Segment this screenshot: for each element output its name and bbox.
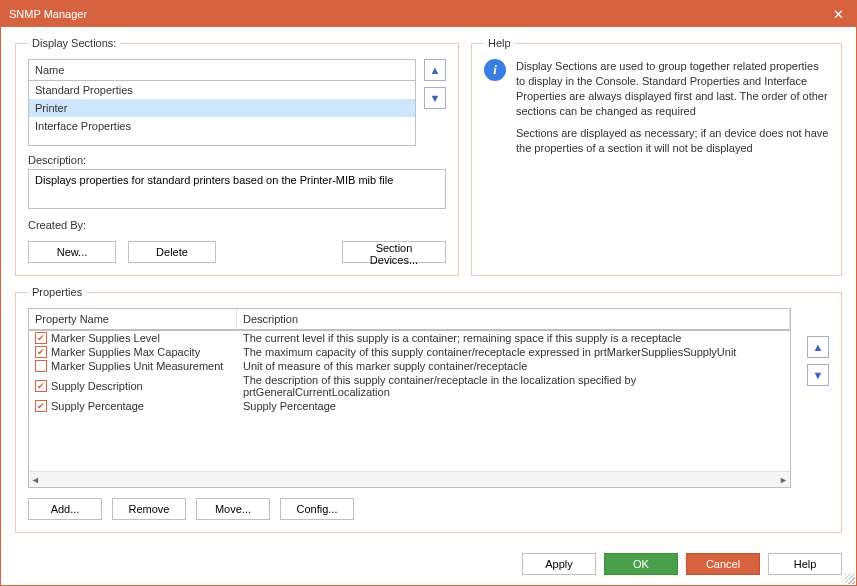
dialog-content: Display Sections: Name Standard Properti… [1, 27, 856, 543]
property-row[interactable]: Marker Supplies Unit MeasurementUnit of … [29, 359, 790, 373]
created-by-label: Created By: [28, 219, 446, 231]
property-checkbox[interactable] [35, 332, 47, 344]
info-icon: i [484, 59, 506, 81]
chevron-up-icon: ▲ [430, 64, 441, 76]
properties-rows[interactable]: Marker Supplies LevelThe current level i… [29, 331, 790, 471]
property-desc: Supply Percentage [237, 399, 790, 413]
horizontal-scrollbar[interactable]: ◄► [29, 471, 790, 487]
sections-name-header[interactable]: Name [29, 60, 415, 81]
property-name: Marker Supplies Unit Measurement [51, 360, 223, 372]
help-para-1: Display Sections are used to group toget… [516, 59, 829, 118]
help-group: Help i Display Sections are used to grou… [471, 37, 842, 276]
window-title: SNMP Manager [9, 8, 829, 20]
prop-move-up-button[interactable]: ▲ [807, 336, 829, 358]
display-sections-group: Display Sections: Name Standard Properti… [15, 37, 459, 276]
property-row[interactable]: Marker Supplies LevelThe current level i… [29, 331, 790, 345]
properties-table: Property Name Description Marker Supplie… [28, 308, 791, 488]
apply-button[interactable]: Apply [522, 553, 596, 575]
help-button[interactable]: Help [768, 553, 842, 575]
chevron-up-icon: ▲ [813, 341, 824, 353]
help-legend: Help [484, 37, 515, 49]
help-text: Display Sections are used to group toget… [516, 59, 829, 164]
property-row[interactable]: Supply DescriptionThe description of thi… [29, 373, 790, 399]
section-devices-button[interactable]: Section Devices... [342, 241, 446, 263]
property-name: Marker Supplies Level [51, 332, 160, 344]
section-row[interactable]: Interface Properties [29, 117, 415, 135]
prop-move-down-button[interactable]: ▼ [807, 364, 829, 386]
section-row[interactable]: Standard Properties [29, 81, 415, 99]
remove-button[interactable]: Remove [112, 498, 186, 520]
ok-button[interactable]: OK [604, 553, 678, 575]
new-button[interactable]: New... [28, 241, 116, 263]
sections-table: Name Standard PropertiesPrinterInterface… [28, 59, 416, 146]
snmp-manager-dialog: SNMP Manager ✕ Display Sections: Name St… [0, 0, 857, 586]
property-name-header[interactable]: Property Name [29, 309, 237, 330]
display-sections-legend: Display Sections: [28, 37, 120, 49]
move-up-button[interactable]: ▲ [424, 59, 446, 81]
property-checkbox[interactable] [35, 400, 47, 412]
property-checkbox[interactable] [35, 380, 47, 392]
property-row[interactable]: Supply PercentageSupply Percentage [29, 399, 790, 413]
description-textarea[interactable] [28, 169, 446, 209]
dialog-footer: Apply OK Cancel Help [1, 543, 856, 585]
move-down-button[interactable]: ▼ [424, 87, 446, 109]
property-desc: Unit of measure of this marker supply co… [237, 359, 790, 373]
close-icon[interactable]: ✕ [829, 7, 848, 22]
property-desc-header[interactable]: Description [237, 309, 790, 330]
delete-button[interactable]: Delete [128, 241, 216, 263]
property-name: Supply Percentage [51, 400, 144, 412]
sections-list[interactable]: Standard PropertiesPrinterInterface Prop… [29, 81, 415, 145]
property-desc: The current level if this supply is a co… [237, 331, 790, 345]
resize-grip[interactable] [845, 574, 855, 584]
properties-group: Properties Property Name Description Mar… [15, 286, 842, 533]
properties-legend: Properties [28, 286, 86, 298]
property-name: Supply Description [51, 380, 143, 392]
chevron-down-icon: ▼ [813, 369, 824, 381]
titlebar: SNMP Manager ✕ [1, 1, 856, 27]
property-desc: The description of this supply container… [237, 373, 790, 399]
section-row[interactable]: Printer [29, 99, 415, 117]
cancel-button[interactable]: Cancel [686, 553, 760, 575]
config-button[interactable]: Config... [280, 498, 354, 520]
move-button[interactable]: Move... [196, 498, 270, 520]
property-desc: The maximum capacity of this supply cont… [237, 345, 790, 359]
add-button[interactable]: Add... [28, 498, 102, 520]
description-label: Description: [28, 154, 446, 166]
property-row[interactable]: Marker Supplies Max CapacityThe maximum … [29, 345, 790, 359]
property-checkbox[interactable] [35, 360, 47, 372]
chevron-down-icon: ▼ [430, 92, 441, 104]
property-name: Marker Supplies Max Capacity [51, 346, 200, 358]
help-para-2: Sections are displayed as necessary; if … [516, 126, 829, 156]
property-checkbox[interactable] [35, 346, 47, 358]
